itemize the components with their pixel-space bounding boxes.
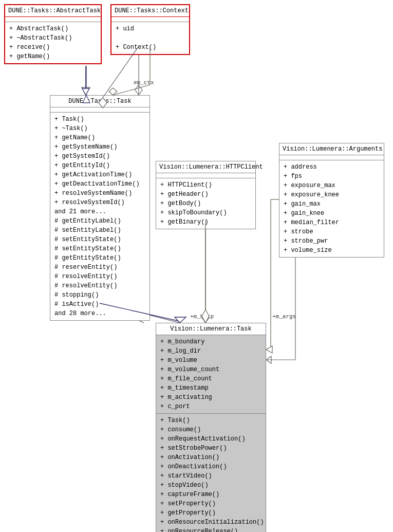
vision-task-methods: + Task() + consume() + onRequestActivati… [156, 414, 266, 532]
svg-marker-18 [82, 88, 89, 95]
svg-marker-12 [266, 356, 271, 363]
abstract-task-title: DUNE::Tasks::AbstractTask [5, 5, 101, 17]
arguments-box: Vision::Lumenera::Arguments + address + … [279, 143, 384, 258]
method-line: + ~AbstractTask() [9, 33, 97, 43]
http-client-title: Vision::Lumenera::HTTPClient [156, 161, 255, 173]
http-client-empty [156, 173, 255, 178]
context-box: DUNE::Tasks::Context + uid + Context() [110, 4, 190, 55]
svg-marker-23 [175, 317, 186, 323]
arguments-title: Vision::Lumenera::Arguments [279, 143, 384, 155]
method-line: + Context() [116, 43, 185, 52]
uml-diagram: DUNE::Tasks::AbstractTask + AbstractTask… [0, 0, 393, 532]
arguments-members: + address + fps + exposure_max + exposur… [279, 160, 384, 257]
abstract-task-empty [5, 17, 101, 22]
arguments-empty [279, 155, 384, 160]
member-line: + uid [116, 24, 185, 33]
vision-task-box: Vision::Lumenera::Task + m_boundary + m_… [156, 323, 266, 532]
dune-task-empty [50, 107, 149, 113]
dune-task-box: DUNE::Tasks::Task + Task() + ~Task() + g… [50, 95, 150, 321]
svg-marker-3 [135, 85, 142, 95]
m-args-label: +m_args [272, 314, 296, 320]
member-line [116, 33, 185, 43]
svg-line-20 [113, 85, 150, 95]
vision-task-attributes: + m_boundary + m_log_dir + m_volume + m_… [156, 335, 266, 414]
method-line: + receive() [9, 43, 97, 52]
dune-task-methods: + Task() + ~Task() + getName() + getSyst… [50, 113, 149, 320]
context-empty [111, 17, 189, 22]
http-client-methods: + HTTPClient() + getHeader() + getBody()… [156, 178, 255, 229]
svg-marker-21 [109, 88, 117, 95]
svg-marker-29 [266, 346, 272, 353]
svg-marker-1 [82, 87, 90, 95]
abstract-task-methods: + AbstractTask() + ~AbstractTask() + rec… [5, 22, 101, 63]
m-http-label: +m_http [190, 314, 214, 320]
abstract-task-box: DUNE::Tasks::AbstractTask + AbstractTask… [4, 4, 102, 64]
vision-task-title: Vision::Lumenera::Task [156, 323, 266, 335]
dune-task-title: DUNE::Tasks::Task [50, 96, 149, 107]
m-ctx-label: #m_ctx [134, 80, 154, 86]
method-line: + AbstractTask() [9, 24, 97, 33]
context-title: DUNE::Tasks::Context [111, 5, 189, 17]
http-client-box: Vision::Lumenera::HTTPClient + HTTPClien… [156, 161, 256, 229]
method-line: + getName() [9, 52, 97, 61]
context-members: + uid + Context() [111, 22, 189, 54]
